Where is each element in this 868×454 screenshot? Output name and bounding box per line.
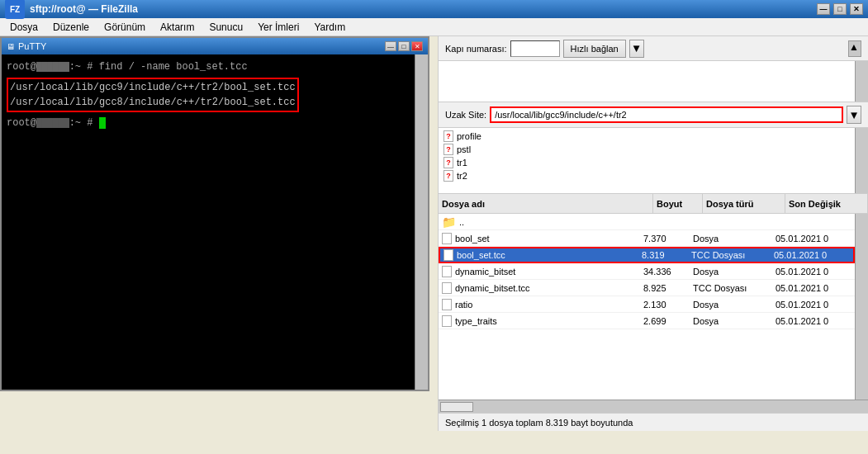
file-cell-name: bool_set [439,233,640,244]
quick-connect-dropdown[interactable]: ▼ [629,40,644,58]
remote-site-label: Uzak Site: [445,110,486,120]
col-header-type[interactable]: Dosya türü [703,194,785,213]
status-text: Seçilmiş 1 dosya toplam 8.319 bayt boyut… [445,418,633,428]
menu-sunucu[interactable]: Sunucu [202,20,249,35]
tree-scrollbar[interactable] [855,128,868,193]
file-icon [442,282,452,294]
remote-site-dropdown[interactable]: ▼ [847,106,861,124]
file-cell-type: TCC Dosyası [688,250,771,260]
file-icon [442,233,452,244]
dir-item-tr1[interactable]: ? tr1 [440,156,866,169]
main-title-bar: FZ sftp://root@ — FileZilla — □ ✕ [0,0,868,18]
prompt-suffix-1: :~ # find / -name bool_set.tcc [69,61,248,73]
putty-close[interactable]: ✕ [411,41,423,51]
menu-dosya[interactable]: Dosya [3,20,45,35]
file-cell-type: TCC Dosyası [690,283,772,293]
unknown-icon-tr1: ? [443,157,453,168]
file-list-scrollbar[interactable] [855,214,868,400]
maximize-button[interactable]: □ [833,3,847,15]
main-area: 🖥 PuTTY — □ ✕ root@██████:~ # find / -na… [0,36,868,431]
status-bar: Seçilmiş 1 dosya toplam 8.319 bayt boyut… [439,413,868,431]
file-list-body-wrapper: 📁..bool_set7.370Dosya05.01.2021 0bool_se… [439,214,868,400]
menu-duzenle[interactable]: Düzenle [46,20,96,35]
file-cell-date: 05.01.2021 0 [772,300,855,310]
file-cell-date: 05.01.2021 0 [772,316,855,326]
result-line-2: /usr/local/lib/gcc8/include/c++/tr2/bool… [10,95,296,110]
log-area [439,61,868,102]
close-button[interactable]: ✕ [850,3,863,15]
file-name: ratio [455,300,472,310]
file-cell-name: 📁.. [439,215,640,229]
right-panel: Kapı numarası: Hızlı bağlan ▼ ▲ Uzak Sit… [438,36,868,431]
file-icon [442,315,452,327]
putty-minimize[interactable]: — [385,41,396,51]
file-name: bool_set [455,234,490,244]
menu-gorunum[interactable]: Görünüm [97,20,152,35]
unknown-icon-pstl: ? [443,144,453,155]
putty-window: 🖥 PuTTY — □ ✕ root@██████:~ # find / -na… [0,36,429,391]
col-header-name[interactable]: Dosya adı [439,194,653,213]
dir-item-label-tr2: tr2 [457,171,467,181]
file-cell-name: dynamic_bitset.tcc [439,282,640,294]
cursor [99,117,106,129]
result-block: /usr/local/lib/gcc9/include/c++/tr2/bool… [7,78,410,112]
prompt-2: root@ [7,117,36,129]
window-controls: — □ ✕ [817,3,863,15]
file-row[interactable]: bool_set.tcc8.319TCC Dosyası05.01.2021 0 [439,247,855,263]
dir-item-tr2[interactable]: ? tr2 [440,169,866,182]
putty-content[interactable]: root@██████:~ # find / -name bool_set.tc… [2,54,415,390]
file-cell-size: 8.925 [640,283,690,293]
file-cell-name: ratio [439,299,640,310]
file-name: type_traits [455,316,497,326]
filezilla-logo: FZ [5,0,25,19]
quick-connect-button[interactable]: Hızlı bağlan [563,40,626,58]
file-icon [442,299,452,310]
file-cell-date: 05.01.2021 0 [772,234,855,244]
file-cell-date: 05.01.2021 0 [772,267,855,277]
dir-tree: ? profile ? pstl ? tr1 ? tr2 [439,128,868,194]
menu-aktarim[interactable]: Aktarım [154,20,201,35]
file-cell-name: dynamic_bitset [439,266,640,277]
putty-title-bar: 🖥 PuTTY — □ ✕ [2,38,428,54]
redacted-1: ██████ [36,62,69,72]
menu-yardim[interactable]: Yardım [307,20,352,35]
menu-yerimleri[interactable]: Yer İmleri [251,20,306,35]
dir-item-profile[interactable]: ? profile [440,130,866,143]
minimize-button[interactable]: — [817,3,830,15]
file-row[interactable]: dynamic_bitset34.336Dosya05.01.2021 0 [439,263,855,280]
main-title: sftp://root@ — FileZilla [30,3,138,15]
file-row[interactable]: type_traits2.699Dosya05.01.2021 0 [439,313,855,329]
horizontal-scrollbar[interactable] [439,400,868,413]
parent-folder-icon: 📁 [442,215,456,229]
remote-site-bar: Uzak Site: ▼ [439,102,868,128]
file-name: dynamic_bitset.tcc [455,283,529,293]
putty-maximize[interactable]: □ [398,41,410,51]
file-cell-type: Dosya [690,316,772,326]
dir-item-pstl[interactable]: ? pstl [440,143,866,156]
remote-site-input[interactable] [490,106,843,123]
file-cell-date: 05.01.2021 0 [772,283,855,293]
file-cell-size: 2.130 [640,300,690,310]
file-cell-type: Dosya [690,300,772,310]
prompt-1: root@ [7,61,36,73]
file-row[interactable]: bool_set7.370Dosya05.01.2021 0 [439,230,855,247]
file-row[interactable]: ratio2.130Dosya05.01.2021 0 [439,296,855,313]
file-list-header: Dosya adı Boyut Dosya türü Son Değişik [439,194,868,214]
col-header-size[interactable]: Boyut [653,194,703,213]
result-line-1: /usr/local/lib/gcc9/include/c++/tr2/bool… [10,80,296,95]
dir-item-label-tr1: tr1 [457,158,467,168]
h-scrollbar-thumb[interactable] [440,402,473,412]
putty-scrollbar[interactable] [415,54,428,390]
file-name: bool_set.tcc [457,250,505,260]
right-scroll-btn[interactable]: ▲ [848,40,861,57]
file-cell-date: 05.01.2021 0 [771,250,853,260]
port-input[interactable] [510,40,560,57]
file-name: .. [459,217,464,227]
log-scrollbar[interactable] [855,61,868,102]
left-panel: 🖥 PuTTY — □ ✕ root@██████:~ # find / -na… [0,36,438,431]
file-row[interactable]: dynamic_bitset.tcc8.925TCC Dosyası05.01.… [439,280,855,296]
file-cell-size: 2.699 [640,316,690,326]
file-row[interactable]: 📁.. [439,214,855,230]
dir-tree-items: ? profile ? pstl ? tr1 ? tr2 [439,128,868,184]
col-header-date[interactable]: Son Değişik [785,194,868,213]
